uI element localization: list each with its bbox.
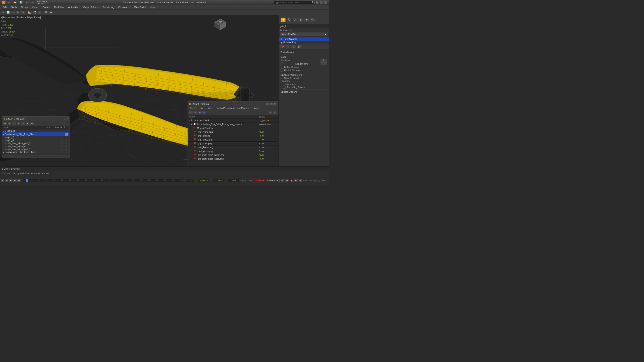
layer-freeze-4[interactable]: — xyxy=(64,142,68,144)
layer-freeze-6[interactable]: — xyxy=(64,148,68,150)
menu-customize[interactable]: Customize xyxy=(116,5,132,9)
layer-hide-7[interactable]: — xyxy=(59,151,64,153)
goto-end-btn[interactable]: ⏭ xyxy=(17,179,21,182)
minimize-button[interactable]: — xyxy=(316,1,319,4)
add-time-tag-btn[interactable]: Add Time Tag xyxy=(303,180,316,182)
modifier-down-btn[interactable]: ↓ xyxy=(291,45,296,49)
asset-copy-btn[interactable]: ⊞ xyxy=(193,111,197,114)
menu-group[interactable]: Group xyxy=(19,5,30,9)
layer-highlight-btn[interactable]: ✦ xyxy=(26,122,30,125)
key-next-btn[interactable]: ▶ xyxy=(294,179,298,182)
maximize-button[interactable]: □ xyxy=(320,1,323,4)
selected-dropdown[interactable]: Selected ▼ xyxy=(266,179,280,182)
reference-coord-btn[interactable]: 📐 xyxy=(27,10,32,14)
asset-maximize-btn[interactable]: □ xyxy=(270,103,273,105)
asset-tree-btn[interactable]: ⊞ xyxy=(202,111,206,114)
key-filters-btn[interactable]: Key Filters... xyxy=(316,180,328,182)
layer-hide-1[interactable]: ✓ xyxy=(60,133,64,135)
asset-settings-btn[interactable]: ⚙ xyxy=(273,111,277,114)
layer-panel-close[interactable]: ✕ xyxy=(66,117,68,120)
layer-hide-2[interactable]: — xyxy=(59,136,64,138)
key-end-btn[interactable]: ⏭ xyxy=(299,179,302,182)
modifier-delete-btn[interactable]: 🗑 xyxy=(296,45,301,49)
asset-close-btn[interactable]: ✕ xyxy=(274,103,276,105)
layer-hide-3[interactable]: — xyxy=(59,139,64,141)
redo-btn[interactable]: ↪ xyxy=(30,0,35,4)
menu-maxscript[interactable]: MAXScript xyxy=(132,5,148,9)
move-btn[interactable]: ✛ xyxy=(11,10,15,14)
x-coord[interactable]: 1,924cm xyxy=(198,179,210,182)
key-mode-btn[interactable]: ⏮ xyxy=(280,179,284,182)
layer-scroll-bar[interactable] xyxy=(2,154,69,158)
layer-row-part2[interactable]: ◇ slip_joint_pliers_part_2 — — xyxy=(4,142,69,145)
explicit-normals-checkbox[interactable] xyxy=(280,69,283,72)
menu-graph-editors[interactable]: Graph Editors xyxy=(82,5,100,9)
asset-row-vault[interactable]: ▸ ⊞ Autodesk Vault Logged Out... xyxy=(188,119,278,122)
modifier-editablepoly[interactable]: Editable Poly xyxy=(279,41,329,44)
timeline-scrubber[interactable]: 0510152025303540455055606570758085909510… xyxy=(22,179,184,183)
next-frame-btn[interactable]: ▶ xyxy=(13,179,17,182)
close-button[interactable]: ✕ xyxy=(324,1,327,4)
asset-row-grip-bump[interactable]: 🖼 grip_bump.png Found xyxy=(188,130,278,134)
asset-minimize-btn[interactable]: — xyxy=(266,103,269,105)
layer-add-btn[interactable]: + xyxy=(12,122,16,125)
rotate-btn[interactable]: ↻ xyxy=(16,10,20,14)
asset-row-grip-spec[interactable]: 🖼 grip_spec.png Found xyxy=(188,142,278,145)
layer-hide-6[interactable]: — xyxy=(59,148,64,150)
asset-row-maps[interactable]: ▾ ⊞ Maps / Shaders xyxy=(188,126,278,130)
asset-list-btn[interactable]: ☰ xyxy=(198,111,202,114)
menu-tools[interactable]: Tools xyxy=(9,5,19,9)
layer-select-btn[interactable]: ◎ xyxy=(21,122,25,125)
asset-row-rivet-bump[interactable]: 🖼 rivet_bump.png Found xyxy=(188,145,278,149)
layer-hide-0[interactable]: — xyxy=(59,130,64,132)
key-add-btn[interactable]: ⬤ xyxy=(290,179,293,182)
motion-tab[interactable]: ⏵ xyxy=(298,17,303,22)
menu-rendering[interactable]: Rendering xyxy=(101,5,116,9)
create-tab[interactable]: ✦ xyxy=(280,17,286,22)
asset-row-grip-gloss[interactable]: 🖼 grip_gloss.png Found xyxy=(188,138,278,142)
layer-delete-btn[interactable]: ✕ xyxy=(8,122,12,125)
render-btn[interactable]: 🖼 xyxy=(44,10,48,14)
layer-row-rivet[interactable]: ◇ slip_joint_pliers_rivet — — xyxy=(4,145,69,148)
hierarchy-tab[interactable]: ⬡ xyxy=(292,17,297,22)
layer-hide-4[interactable]: — xyxy=(59,142,64,144)
layer-row-grip7[interactable]: ◇ grip_7 — — xyxy=(4,136,69,139)
menu-create[interactable]: Create xyxy=(41,5,52,9)
layer-freeze-5[interactable]: — xyxy=(64,145,68,147)
layer-freeze-btn[interactable]: ❄ xyxy=(30,122,34,125)
layer-new-btn[interactable]: ⊕ xyxy=(3,122,7,125)
layer-freeze-7[interactable]: — xyxy=(64,151,68,153)
menu-help[interactable]: Help xyxy=(148,5,157,9)
asset-menu-file[interactable]: File xyxy=(198,107,205,110)
nav-cube[interactable]: TOP xyxy=(214,17,227,31)
layer-freeze-0[interactable]: — xyxy=(64,130,68,132)
layer-row-part1[interactable]: ◇ slip_joint_pliers_part_1 — — xyxy=(4,148,69,151)
quick-render-btn[interactable]: ▶ xyxy=(49,10,53,14)
z-coord[interactable]: 0,0cm xyxy=(228,179,239,182)
asset-row-rivet-gloss[interactable]: 🖼 rivet_gloss.png Found xyxy=(188,149,278,153)
key-prev-btn[interactable]: ◀ xyxy=(285,179,289,182)
layer-panel-help[interactable]: ? xyxy=(64,117,65,120)
asset-row-sjp-bump[interactable]: 🖼 slip_joint_pliers_bump.png Found xyxy=(188,153,278,157)
asset-help-btn[interactable]: ? xyxy=(268,111,272,114)
play-btn[interactable]: ▶ xyxy=(9,179,13,182)
new-btn[interactable]: □ xyxy=(7,0,11,4)
layer-row-grip8[interactable]: ◇ grip_8 — — xyxy=(4,139,69,142)
goto-start-btn[interactable]: ⏮ xyxy=(1,179,4,182)
render-iters-input[interactable]: 2 xyxy=(320,62,327,65)
smoothing-groups-checkbox[interactable] xyxy=(283,86,286,89)
menu-modifiers[interactable]: Modifiers xyxy=(52,5,66,9)
asset-menu-bitmap[interactable]: Bitmap Performance and Memory xyxy=(214,107,251,110)
iterations-input[interactable]: 0 xyxy=(320,59,327,62)
undo-btn[interactable]: ↩ xyxy=(24,0,29,4)
display-tab[interactable]: 👁 xyxy=(304,17,309,22)
select-btn[interactable]: ↖ xyxy=(1,10,6,14)
layer-hide-5[interactable]: — xyxy=(59,145,64,147)
layer-row-combo2[interactable]: ▸ Combination_Slip_Joint_Pliers — — xyxy=(2,151,69,154)
scale-btn[interactable]: ⇲ xyxy=(21,10,25,14)
asset-row-grip-diff[interactable]: 🖼 grip_diff.png Found xyxy=(188,134,278,138)
modifier-dropdown[interactable]: Select Modifier ▼ xyxy=(280,32,328,36)
asset-refresh-btn[interactable]: ↻ xyxy=(189,111,193,114)
layer-merge-btn[interactable]: ⊞ xyxy=(16,122,20,125)
open-btn[interactable]: 📂 xyxy=(13,0,17,4)
